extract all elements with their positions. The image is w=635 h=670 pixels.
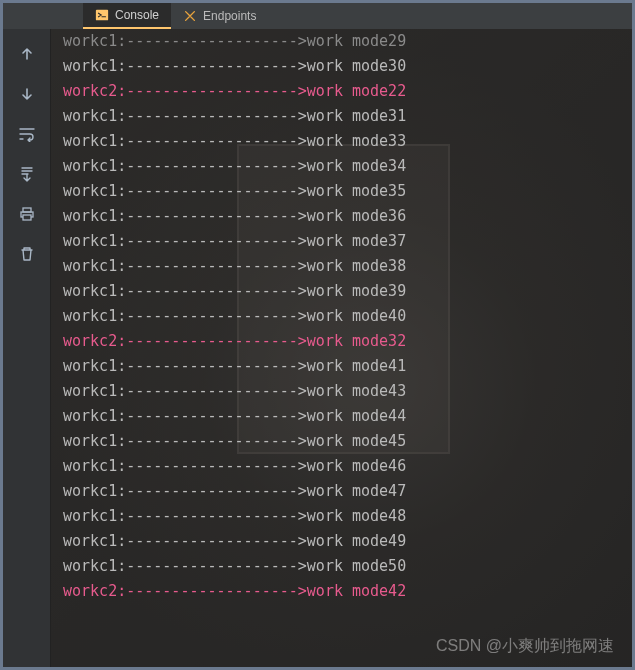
svg-rect-3 <box>23 215 31 220</box>
console-line: workc1:------------------->work mode37 <box>63 229 632 254</box>
console-line: workc1:------------------->work mode39 <box>63 279 632 304</box>
console-line: workc1:------------------->work mode35 <box>63 179 632 204</box>
console-line: workc1:------------------->work mode49 <box>63 529 632 554</box>
soft-wrap-button[interactable] <box>16 123 38 145</box>
console-line: workc1:------------------->work mode48 <box>63 504 632 529</box>
scroll-to-end-icon <box>19 166 35 182</box>
console-line: workc1:------------------->work mode46 <box>63 454 632 479</box>
scroll-to-end-button[interactable] <box>16 163 38 185</box>
console-line: workc1:------------------->work mode47 <box>63 479 632 504</box>
print-icon <box>19 206 35 222</box>
tab-endpoints-label: Endpoints <box>203 9 256 23</box>
next-button[interactable] <box>16 83 38 105</box>
console-line: workc1:------------------->work mode50 <box>63 554 632 579</box>
console-line: workc1:------------------->work mode29 <box>63 29 632 54</box>
clear-all-button[interactable] <box>16 243 38 265</box>
console-line: workc1:------------------->work mode43 <box>63 379 632 404</box>
print-button[interactable] <box>16 203 38 225</box>
console-icon <box>95 8 109 22</box>
ide-panel: Console Endpoints <box>0 0 635 670</box>
previous-button[interactable] <box>16 43 38 65</box>
clear-all-icon <box>19 246 35 262</box>
console-gutter <box>3 29 51 667</box>
endpoints-icon <box>183 9 197 23</box>
console-line: workc1:------------------->work mode41 <box>63 354 632 379</box>
console-line: workc1:------------------->work mode34 <box>63 154 632 179</box>
tab-console[interactable]: Console <box>83 3 171 29</box>
console-lines: workc1:------------------->work mode29wo… <box>51 29 632 604</box>
console-line: workc2:------------------->work mode42 <box>63 579 632 604</box>
tool-window-tabs: Console Endpoints <box>3 3 632 29</box>
console-output[interactable]: workc1:------------------->work mode29wo… <box>51 29 632 667</box>
console-line: workc1:------------------->work mode38 <box>63 254 632 279</box>
console-line: workc1:------------------->work mode36 <box>63 204 632 229</box>
console-line: workc2:------------------->work mode22 <box>63 79 632 104</box>
console-line: workc1:------------------->work mode31 <box>63 104 632 129</box>
console-line: workc1:------------------->work mode30 <box>63 54 632 79</box>
arrow-up-icon <box>19 46 35 62</box>
console-main: workc1:------------------->work mode29wo… <box>3 29 632 667</box>
arrow-down-icon <box>19 86 35 102</box>
tab-console-label: Console <box>115 8 159 22</box>
soft-wrap-icon <box>18 126 36 142</box>
tab-endpoints[interactable]: Endpoints <box>171 3 268 29</box>
console-line: workc1:------------------->work mode33 <box>63 129 632 154</box>
console-line: workc1:------------------->work mode45 <box>63 429 632 454</box>
console-line: workc1:------------------->work mode44 <box>63 404 632 429</box>
console-line: workc1:------------------->work mode40 <box>63 304 632 329</box>
console-line: workc2:------------------->work mode32 <box>63 329 632 354</box>
